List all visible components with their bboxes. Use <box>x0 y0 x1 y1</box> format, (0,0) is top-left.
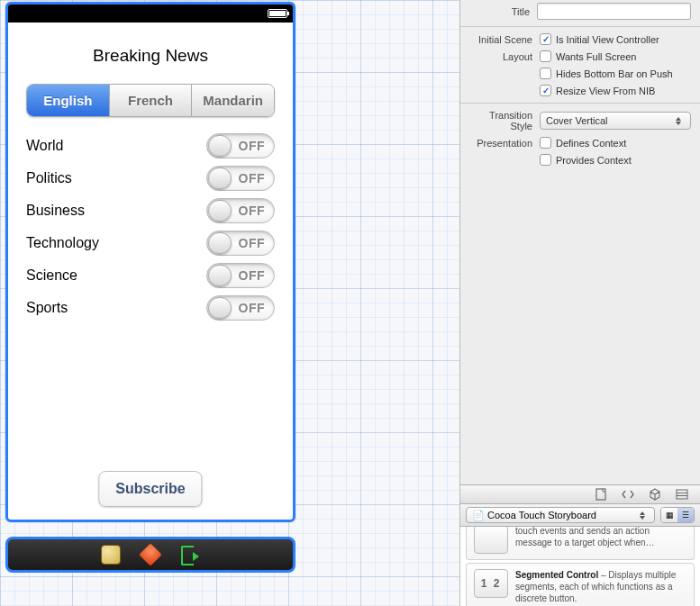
library-filter-bar <box>459 484 700 504</box>
wants-full-screen-checkbox[interactable] <box>540 50 551 62</box>
library-toolbar: 📄 Cocoa Touch Storyboard ▦ ☰ <box>459 504 700 527</box>
wants-full-screen-label: Wants Full Screen <box>556 51 636 62</box>
svg-rect-3 <box>677 495 687 496</box>
provides-context-label: Provides Context <box>556 155 632 166</box>
toggle-technology[interactable]: OFF <box>206 231 275 256</box>
layout-label: Layout <box>466 51 540 62</box>
library-item-thumb: 1 2 <box>474 569 508 598</box>
toggle-row-business: Business OFF <box>26 198 275 223</box>
resize-from-nib-label: Resize View From NIB <box>556 86 655 96</box>
resize-from-nib-checkbox[interactable]: ✓ <box>540 85 551 96</box>
segment-mandarin[interactable]: Mandarin <box>192 85 274 116</box>
toggle-label: Science <box>26 267 77 284</box>
battery-icon <box>268 9 287 18</box>
segment-french[interactable]: French <box>110 85 193 116</box>
object-library-icon[interactable] <box>648 488 662 501</box>
toggle-row-politics: Politics OFF <box>26 166 275 191</box>
media-library-icon[interactable] <box>675 488 689 501</box>
scene-dock[interactable] <box>5 537 295 573</box>
grid-view-button[interactable]: ▦ <box>661 508 677 522</box>
title-input[interactable] <box>537 3 691 20</box>
library-item-thumb <box>474 527 508 554</box>
library-item-segmented-control[interactable]: 1 2 Segmented Control – Displays multipl… <box>466 563 695 606</box>
defines-context-label: Defines Context <box>556 138 626 149</box>
defines-context-checkbox[interactable] <box>540 137 551 149</box>
library-item-button[interactable]: touch events and sends an action message… <box>466 527 695 560</box>
svg-rect-2 <box>677 493 687 493</box>
toggle-world[interactable]: OFF <box>206 133 275 158</box>
list-view-button[interactable]: ☰ <box>677 508 694 522</box>
toggle-label: Politics <box>26 170 72 186</box>
is-initial-vc-label: Is Initial View Controller <box>556 34 659 45</box>
hides-bottom-bar-label: Hides Bottom Bar on Push <box>556 68 673 79</box>
is-initial-vc-checkbox[interactable]: ✓ <box>540 33 551 45</box>
toggle-row-sports: Sports OFF <box>26 295 275 321</box>
toggle-science[interactable]: OFF <box>206 263 275 288</box>
language-segmented-control[interactable]: English French Mandarin <box>26 84 275 117</box>
title-field-label: Title <box>466 6 537 17</box>
toggle-label: Sports <box>26 300 68 316</box>
status-bar <box>8 5 293 23</box>
library-item-desc: touch events and sends an action message… <box>515 527 686 554</box>
page-title: Breaking News <box>26 46 275 66</box>
toggle-label: Technology <box>26 235 99 251</box>
toggle-row-science: Science OFF <box>26 263 275 288</box>
presentation-label: Presentation <box>466 138 540 149</box>
file-template-icon[interactable] <box>594 488 608 501</box>
view-controller-icon[interactable] <box>101 545 121 565</box>
provides-context-checkbox[interactable] <box>540 154 551 166</box>
toggle-label: Business <box>26 203 85 219</box>
svg-rect-1 <box>677 490 687 499</box>
hides-bottom-bar-checkbox[interactable] <box>540 68 551 79</box>
segment-english[interactable]: English <box>27 85 110 116</box>
toggle-politics[interactable]: OFF <box>206 166 275 191</box>
exit-icon[interactable] <box>180 545 200 565</box>
subscribe-button[interactable]: Subscribe <box>98 471 202 507</box>
transition-style-label: Transition Style <box>466 110 540 131</box>
library-filter-select[interactable]: 📄 Cocoa Touch Storyboard <box>466 507 655 523</box>
object-library[interactable]: touch events and sends an action message… <box>459 527 700 606</box>
toggle-row-world: World OFF <box>26 133 275 158</box>
toggle-label: World <box>26 138 64 154</box>
transition-style-select[interactable]: Cover Vertical <box>540 112 691 130</box>
view-controller-scene[interactable]: Breaking News English French Mandarin Wo… <box>5 2 295 522</box>
code-snippet-icon[interactable] <box>621 488 635 501</box>
select-arrows-icon <box>636 508 649 522</box>
attributes-inspector: Title Initial Scene ✓ Is Initial View Co… <box>459 0 700 486</box>
library-view-mode-toggle[interactable]: ▦ ☰ <box>660 507 695 523</box>
select-arrows-icon <box>672 113 685 128</box>
toggle-business[interactable]: OFF <box>206 198 275 223</box>
toggle-row-technology: Technology OFF <box>26 231 275 256</box>
first-responder-icon[interactable] <box>141 545 160 565</box>
toggle-sports[interactable]: OFF <box>206 295 275 321</box>
svg-rect-0 <box>596 489 605 500</box>
library-item-desc: Segmented Control – Displays multiple se… <box>515 569 686 604</box>
initial-scene-label: Initial Scene <box>466 34 540 45</box>
